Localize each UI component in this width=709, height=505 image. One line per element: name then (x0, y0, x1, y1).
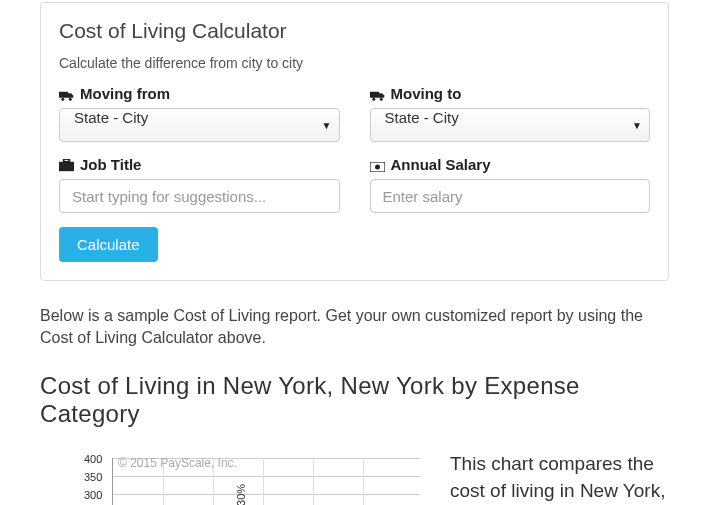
chart-watermark: © 2015 PayScale, Inc. (118, 456, 237, 470)
moving-to-label: Moving to (370, 85, 651, 102)
svg-point-1 (61, 97, 64, 100)
svg-point-2 (69, 97, 72, 100)
salary-label: Annual Salary (370, 156, 651, 173)
moving-to-select[interactable]: State - City (370, 108, 651, 142)
job-title-input[interactable] (59, 179, 340, 213)
cost-chart: 400 350 300 © 2015 PayScale, Inc. 130% (40, 450, 420, 505)
y-axis-ticks: 400 350 300 (84, 450, 102, 504)
money-icon (370, 158, 385, 171)
card-title: Cost of Living Calculator (59, 19, 650, 43)
svg-rect-3 (370, 91, 379, 97)
moving-to-text: Moving to (391, 85, 462, 102)
svg-rect-7 (59, 162, 74, 171)
briefcase-icon (59, 158, 74, 171)
job-title-label: Job Title (59, 156, 340, 173)
svg-point-5 (379, 97, 382, 100)
truck-icon (370, 87, 385, 100)
moving-from-label: Moving from (59, 85, 340, 102)
section-heading: Cost of Living in New York, New York by … (40, 372, 669, 428)
salary-text: Annual Salary (391, 156, 491, 173)
svg-point-9 (375, 165, 380, 170)
sample-description: Below is a sample Cost of Living report.… (40, 305, 669, 350)
truck-icon (59, 87, 74, 100)
chart-description: This chart compares the cost of living i… (450, 450, 669, 505)
svg-rect-6 (64, 159, 70, 162)
svg-point-4 (372, 97, 375, 100)
svg-rect-0 (59, 91, 68, 97)
job-title-text: Job Title (80, 156, 141, 173)
card-subtitle: Calculate the difference from city to ci… (59, 55, 650, 71)
calculate-button[interactable]: Calculate (59, 227, 158, 262)
salary-input[interactable] (370, 179, 651, 213)
moving-from-select[interactable]: State - City (59, 108, 340, 142)
calculator-card: Cost of Living Calculator Calculate the … (40, 2, 669, 281)
moving-from-text: Moving from (80, 85, 170, 102)
bar-value-label: 130% (235, 484, 247, 505)
